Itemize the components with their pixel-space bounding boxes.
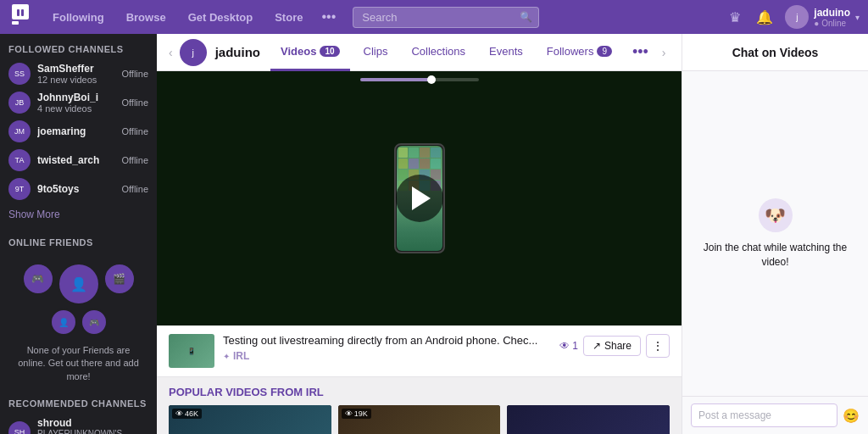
nav-right-section: ♛ 🔔 j jaduino ● Online ▾ <box>726 5 860 29</box>
tab-videos[interactable]: Videos 10 <box>270 34 350 71</box>
nav-browse[interactable]: Browse <box>118 11 175 24</box>
chat-input-area: 😊 <box>682 396 868 434</box>
dog-icon: 🐶 <box>765 205 786 225</box>
view-count-overlay: 👁 46K <box>172 409 202 419</box>
play-button[interactable] <box>396 175 443 222</box>
tag-label: IRL <box>233 350 249 362</box>
video-title: Testing out livestreaming directly from … <box>223 334 551 347</box>
crown-button[interactable]: ♛ <box>726 6 744 29</box>
sidebar: Followed Channels SS SamSheffer 12 new v… <box>0 34 157 434</box>
sidebar-item-twisted-arch[interactable]: TA twisted_arch Offline <box>0 146 157 175</box>
nav-more-button[interactable]: ••• <box>316 9 341 25</box>
chat-panel: Chat on Videos 🐶 Join the chat while wat… <box>682 34 868 434</box>
recommended-channels-title: Recommended Channels <box>0 390 157 414</box>
video-info: 📱 Testing out livestreaming directly fro… <box>157 326 682 377</box>
popular-video-card[interactable]: 5:46:02 <box>507 405 670 434</box>
svg-rect-2 <box>17 9 19 16</box>
video-thumbnail-small: 📱 <box>169 334 214 368</box>
friend-bubble: 🎮 <box>81 309 108 336</box>
popular-videos-section: POPULAR VIDEOS FROM IRL 👁 46K 👁 19K <box>157 377 682 434</box>
share-button[interactable]: ↗ Share <box>583 336 641 356</box>
tab-nav-prev[interactable]: ‹ <box>165 46 176 59</box>
channel-name: 9to5toys <box>37 183 114 195</box>
chat-body: 🐶 Join the chat while watching the video… <box>682 71 868 396</box>
more-options-button[interactable]: ⋮ <box>646 334 670 358</box>
profile-tabs: ‹ j jaduino Videos 10 Clips Collections … <box>157 34 682 71</box>
video-tag: ✦ IRL <box>223 350 551 362</box>
channel-info: JohnnyBoi_i 4 new videos <box>37 92 114 114</box>
search-icon: 🔍 <box>520 11 532 23</box>
sidebar-item-9to5toys[interactable]: 9T 9to5toys Offline <box>0 175 157 203</box>
search-wrapper: 🔍 <box>353 7 539 28</box>
sidebar-item-shroud[interactable]: SH shroud PLAYERUNKNOWN'S BATT... <box>0 414 157 434</box>
friend-bubble-center: 👤 <box>58 263 100 305</box>
tab-events[interactable]: Events <box>479 34 533 71</box>
popular-video-thumbnail: 5:46:02 <box>507 405 670 434</box>
channel-status: Offline <box>121 97 148 108</box>
friends-visual: 🎮 👤 🎬 👤 🎮 <box>0 253 157 341</box>
username-label: jaduino <box>814 7 850 19</box>
dropdown-arrow-icon[interactable]: ▾ <box>855 13 860 22</box>
friend-bubble: 🎮 <box>22 263 54 295</box>
nav-store[interactable]: Store <box>266 11 311 24</box>
friend-bubble: 🎬 <box>103 263 136 295</box>
channel-info: twisted_arch <box>37 154 114 166</box>
chat-input[interactable] <box>691 403 837 427</box>
channel-name: SamSheffer <box>37 63 114 75</box>
view-count: 👁 1 <box>559 340 578 352</box>
popular-video-card[interactable]: 👁 46K <box>169 405 331 434</box>
sidebar-item-samshefffer[interactable]: SS SamSheffer 12 new videos Offline <box>0 59 157 88</box>
channel-info: shroud PLAYERUNKNOWN'S BATT... <box>37 417 148 434</box>
channel-name: joemaring <box>37 125 114 137</box>
tab-collections[interactable]: Collections <box>401 34 476 71</box>
chat-mascot-avatar: 🐶 <box>759 198 793 232</box>
nav-get-desktop[interactable]: Get Desktop <box>180 11 262 24</box>
popular-video-thumbnail: 👁 19K 12:51:08 <box>338 405 501 434</box>
sidebar-item-johnnyboi[interactable]: JB JohnnyBoi_i 4 new videos Offline <box>0 88 157 117</box>
chat-header: Chat on Videos <box>682 34 868 71</box>
video-player[interactable]: 00:01:00 00:02:02 ▶ ⏸ ⚙ ✂ ⬜ ▣ ⛶ <box>157 71 682 326</box>
popular-videos-title: POPULAR VIDEOS FROM IRL <box>169 386 670 398</box>
popular-video-card[interactable]: 👁 19K 12:51:08 <box>338 405 501 434</box>
search-input[interactable] <box>353 7 539 28</box>
popular-videos-grid: 👁 46K 👁 19K 12:51:08 <box>169 405 670 434</box>
video-content <box>157 71 682 326</box>
channel-avatar: SS <box>8 63 31 85</box>
emoji-picker-button[interactable]: 😊 <box>843 408 860 424</box>
status-badge: ● Online <box>814 19 850 28</box>
main-content: ‹ j jaduino Videos 10 Clips Collections … <box>157 34 682 434</box>
notifications-button[interactable]: 🔔 <box>753 6 776 29</box>
view-count-label: 19K <box>354 409 368 418</box>
online-friends-title: Online Friends <box>0 227 157 253</box>
tab-followers[interactable]: Followers 9 <box>537 34 622 71</box>
chat-header-text: Chat on Videos <box>732 46 819 59</box>
channel-name: twisted_arch <box>37 154 114 166</box>
tab-followers-badge: 9 <box>597 46 612 57</box>
scrub-bar-overlay <box>360 78 479 81</box>
nav-following[interactable]: Following <box>44 11 113 24</box>
share-icon: ↗ <box>593 340 601 352</box>
view-count-overlay: 👁 19K <box>342 409 371 419</box>
popular-video-thumbnail: 👁 46K <box>169 405 331 434</box>
avatar: j <box>785 5 809 29</box>
channel-avatar: JB <box>8 92 31 114</box>
twitch-logo <box>8 3 32 31</box>
svg-rect-1 <box>12 21 19 25</box>
channel-info: SamSheffer 12 new videos <box>37 63 114 85</box>
channel-sub: 4 new videos <box>37 103 114 114</box>
user-menu[interactable]: j jaduino ● Online ▾ <box>785 5 860 29</box>
tab-more-button[interactable]: ••• <box>626 43 655 61</box>
channel-info: joemaring <box>37 125 114 137</box>
play-icon <box>412 186 431 210</box>
friend-bubble: 👤 <box>50 309 77 336</box>
tab-nav-next[interactable]: › <box>659 46 670 59</box>
show-more-button[interactable]: Show More <box>0 203 157 227</box>
sidebar-item-joemaring[interactable]: JM joemaring Offline <box>0 117 157 146</box>
tab-clips[interactable]: Clips <box>353 34 398 71</box>
channel-avatar: 9T <box>8 178 31 200</box>
channel-game: PLAYERUNKNOWN'S BATT... <box>37 429 148 434</box>
no-friends-message: None of your Friends are online. Get out… <box>0 341 157 390</box>
channel-avatar: JM <box>8 120 31 142</box>
channel-avatar: SH <box>8 421 31 434</box>
chat-welcome-message: Join the chat while watching the video! <box>694 241 856 270</box>
